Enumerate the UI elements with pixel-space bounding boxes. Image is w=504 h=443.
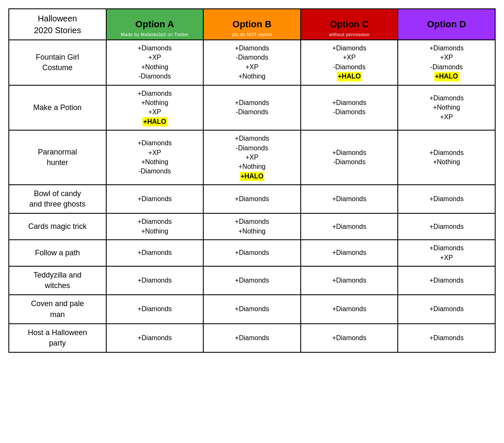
cell-c-row-1: +Diamonds -Diamonds xyxy=(301,85,398,131)
halo-badge: +HALO xyxy=(240,172,265,181)
table-row: Coven and pale man+Diamonds+Diamonds+Dia… xyxy=(9,295,495,323)
story-name-cell: Make a Potion xyxy=(9,85,106,131)
cell-d-row-6: +Diamonds xyxy=(398,266,495,295)
table-row: Cards magic trick+Diamonds +Nothing+Diam… xyxy=(9,213,495,240)
cell-a-row-3: +Diamonds xyxy=(106,185,204,213)
table-row: Follow a path+Diamonds+Diamonds+Diamonds… xyxy=(9,240,495,266)
table-row: Paranormal hunter+Diamonds +XP +Nothing … xyxy=(9,130,495,185)
cell-d-row-5: +Diamonds +XP xyxy=(398,240,495,266)
cell-a-row-8: +Diamonds xyxy=(106,324,204,352)
option-d-label: Option D xyxy=(427,19,466,29)
story-name-cell: Paranormal hunter xyxy=(9,130,106,185)
cell-a-row-0: +Diamonds +XP +Nothing -Diamonds xyxy=(106,40,204,85)
cell-d-row-8: +Diamonds xyxy=(398,324,495,352)
cell-c-row-5: +Diamonds xyxy=(301,240,398,266)
cell-c-row-8: +Diamonds xyxy=(301,324,398,352)
cell-d-row-7: +Diamonds xyxy=(398,295,495,323)
main-table-wrapper: Halloween 2020 Stories Option A Made by … xyxy=(8,8,496,353)
cell-d-row-1: +Diamonds +Nothing +XP xyxy=(398,85,495,131)
header-option-c: Option C without permission xyxy=(301,9,398,40)
watermark-b: pls do NOT repost xyxy=(204,31,300,38)
cell-c-row-2: +Diamonds -Diamonds xyxy=(301,130,398,185)
halo-badge: +HALO xyxy=(434,72,459,81)
table-row: Fountain Girl Costume+Diamonds +XP +Noth… xyxy=(9,40,495,85)
cell-b-row-4: +Diamonds +Nothing xyxy=(203,213,301,240)
cell-b-row-8: +Diamonds xyxy=(203,324,301,352)
cell-c-row-6: +Diamonds xyxy=(301,266,398,295)
cell-b-row-6: +Diamonds xyxy=(203,266,301,295)
cell-c-row-3: +Diamonds xyxy=(301,185,398,213)
story-name-cell: Cards magic trick xyxy=(9,213,106,240)
cell-c-row-7: +Diamonds xyxy=(301,295,398,323)
table-title: Halloween 2020 Stories xyxy=(9,9,106,40)
option-c-label: Option C xyxy=(330,19,369,29)
option-a-label: Option A xyxy=(135,19,174,29)
cell-b-row-7: +Diamonds xyxy=(203,295,301,323)
cell-d-row-2: +Diamonds +Nothing xyxy=(398,130,495,185)
story-name-cell: Bowl of candy and three ghosts xyxy=(9,185,106,213)
cell-b-row-3: +Diamonds xyxy=(203,185,301,213)
header-option-d: Option D xyxy=(398,9,495,40)
cell-d-row-0: +Diamonds+XP-Diamonds+HALO xyxy=(398,40,495,85)
story-name-cell: Follow a path xyxy=(9,240,106,266)
title-text: Halloween 2020 Stories xyxy=(34,14,81,35)
cell-a-row-2: +Diamonds +XP +Nothing -Diamonds xyxy=(106,130,204,185)
option-b-label: Option B xyxy=(233,19,272,29)
cell-b-row-1: +Diamonds -Diamonds xyxy=(203,85,301,131)
halo-badge: +HALO xyxy=(142,117,167,126)
table-row: Bowl of candy and three ghosts+Diamonds+… xyxy=(9,185,495,213)
rewards-table: Halloween 2020 Stories Option A Made by … xyxy=(8,8,496,353)
cell-c-row-0: +Diamonds+XP-Diamonds+HALO xyxy=(301,40,398,85)
cell-d-row-4: +Diamonds xyxy=(398,213,495,240)
cell-a-row-5: +Diamonds xyxy=(106,240,204,266)
header-option-a: Option A Made by Mafalda3p0 on Twitter xyxy=(106,9,204,40)
table-row: Host a Halloween party+Diamonds+Diamonds… xyxy=(9,324,495,352)
cell-a-row-6: +Diamonds xyxy=(106,266,204,295)
cell-b-row-0: +Diamonds -Diamonds +XP +Nothing xyxy=(203,40,301,85)
cell-d-row-3: +Diamonds xyxy=(398,185,495,213)
cell-a-row-1: +Diamonds+Nothing+XP+HALO xyxy=(106,85,204,131)
header-option-b: Option B pls do NOT repost xyxy=(203,9,301,40)
cell-c-row-4: +Diamonds xyxy=(301,213,398,240)
cell-a-row-4: +Diamonds +Nothing xyxy=(106,213,204,240)
story-name-cell: Fountain Girl Costume xyxy=(9,40,106,85)
table-row: Make a Potion+Diamonds+Nothing+XP+HALO+D… xyxy=(9,85,495,131)
halo-badge: +HALO xyxy=(337,72,362,81)
story-name-cell: Coven and pale man xyxy=(9,295,106,323)
story-name-cell: Host a Halloween party xyxy=(9,324,106,352)
cell-b-row-5: +Diamonds xyxy=(203,240,301,266)
table-row: Teddyzilla and witches+Diamonds+Diamonds… xyxy=(9,266,495,295)
watermark-c: without permission xyxy=(301,31,398,38)
story-name-cell: Teddyzilla and witches xyxy=(9,266,106,295)
cell-a-row-7: +Diamonds xyxy=(106,295,204,323)
watermark-a: Made by Mafalda3p0 on Twitter xyxy=(107,31,203,38)
cell-b-row-2: +Diamonds-Diamonds+XP+Nothing+HALO xyxy=(203,130,301,185)
